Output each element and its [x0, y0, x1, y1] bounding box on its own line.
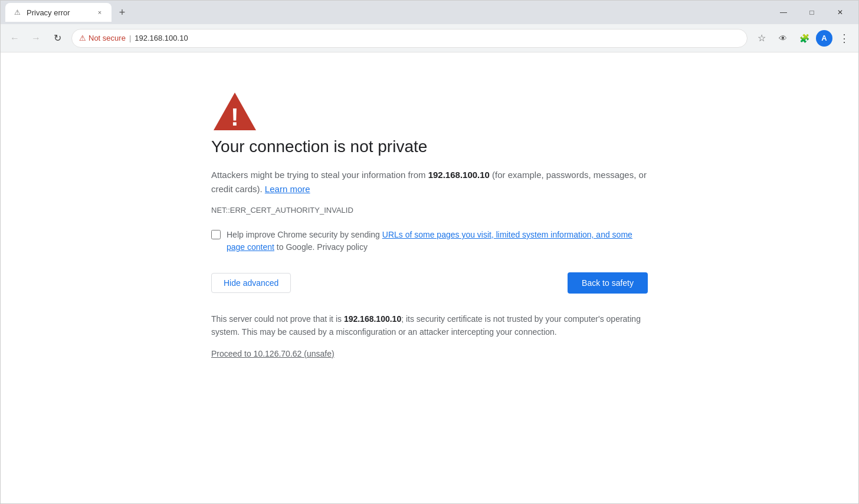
error-title: Your connection is not private: [211, 137, 648, 156]
maximize-button[interactable]: □: [798, 3, 825, 22]
profile-initial: A: [821, 34, 827, 42]
minimize-button[interactable]: —: [770, 3, 797, 22]
bookmark-button[interactable]: ☆: [752, 29, 771, 48]
title-bar: ⚠ Privacy error × + — □ ✕: [1, 1, 858, 24]
back-icon: ←: [10, 33, 19, 44]
forward-button[interactable]: →: [27, 29, 45, 48]
address-bar[interactable]: ⚠ Not secure | 192.168.100.10: [71, 29, 747, 48]
back-to-safety-button[interactable]: Back to safety: [568, 272, 648, 294]
tab-favicon-icon: ⚠: [12, 8, 22, 17]
error-container: ! Your connection is not private Attacke…: [211, 88, 648, 359]
checkbox-text-part1: Help improve Chrome security by sending: [227, 230, 382, 239]
address-separator: |: [129, 34, 131, 42]
nav-bar: ← → ↻ ⚠ Not secure | 192.168.100.10 ☆ 👁 …: [1, 24, 858, 52]
browser-tab[interactable]: ⚠ Privacy error ×: [5, 3, 112, 22]
advanced-text-part1: This server could not prove that it is: [211, 314, 344, 324]
tab-close-button[interactable]: ×: [95, 8, 104, 17]
reader-icon: 👁: [779, 34, 787, 43]
menu-icon: ⋮: [839, 32, 850, 45]
menu-button[interactable]: ⋮: [835, 29, 854, 48]
proceed-link[interactable]: Proceed to 10.126.70.62 (unsafe): [211, 349, 335, 358]
reload-button[interactable]: ↻: [48, 29, 67, 48]
nav-right-controls: ☆ 👁 🧩 A ⋮: [752, 29, 854, 48]
reload-icon: ↻: [54, 32, 61, 44]
error-description: Attackers might be trying to steal your …: [211, 168, 648, 196]
checkbox-text-part2: to Google.: [274, 242, 317, 252]
warning-icon-small: ⚠: [79, 34, 86, 42]
svg-text:!: !: [231, 103, 239, 131]
extension-icon: 🧩: [799, 34, 809, 43]
hide-advanced-button[interactable]: Hide advanced: [211, 273, 291, 293]
checkbox-label: Help improve Chrome security by sending …: [227, 229, 648, 253]
not-secure-label: Not secure: [88, 34, 126, 42]
advanced-text-ip: 192.168.100.10: [344, 314, 401, 324]
warning-triangle-icon: !: [211, 88, 648, 137]
learn-more-link[interactable]: Learn more: [265, 184, 310, 194]
error-code: NET::ERR_CERT_AUTHORITY_INVALID: [211, 206, 648, 215]
title-bar-left: ⚠ Privacy error × +: [5, 3, 770, 22]
profile-button[interactable]: A: [816, 30, 832, 47]
new-tab-button[interactable]: +: [114, 4, 130, 21]
browser-window: ⚠ Privacy error × + — □ ✕ ← → ↻ ⚠ Not se…: [0, 0, 859, 504]
close-button[interactable]: ✕: [827, 3, 854, 22]
button-row: Hide advanced Back to safety: [211, 272, 648, 294]
window-controls: — □ ✕: [770, 3, 854, 22]
back-button[interactable]: ←: [5, 29, 24, 48]
page-content: ! Your connection is not private Attacke…: [1, 52, 858, 503]
address-url: 192.168.100.10: [135, 34, 188, 42]
privacy-policy-link[interactable]: Privacy policy: [317, 242, 368, 252]
description-ip: 192.168.100.10: [428, 170, 490, 180]
send-urls-checkbox[interactable]: [211, 230, 221, 239]
reader-mode-button[interactable]: 👁: [773, 29, 792, 48]
description-part1: Attackers might be trying to steal your …: [211, 170, 428, 180]
forward-icon: →: [31, 33, 41, 44]
checkbox-section: Help improve Chrome security by sending …: [211, 229, 648, 253]
advanced-text: This server could not prove that it is 1…: [211, 312, 648, 339]
star-icon: ☆: [758, 32, 766, 44]
not-secure-indicator: ⚠ Not secure: [79, 34, 126, 42]
extension-button[interactable]: 🧩: [795, 29, 814, 48]
tab-title: Privacy error: [27, 8, 90, 17]
